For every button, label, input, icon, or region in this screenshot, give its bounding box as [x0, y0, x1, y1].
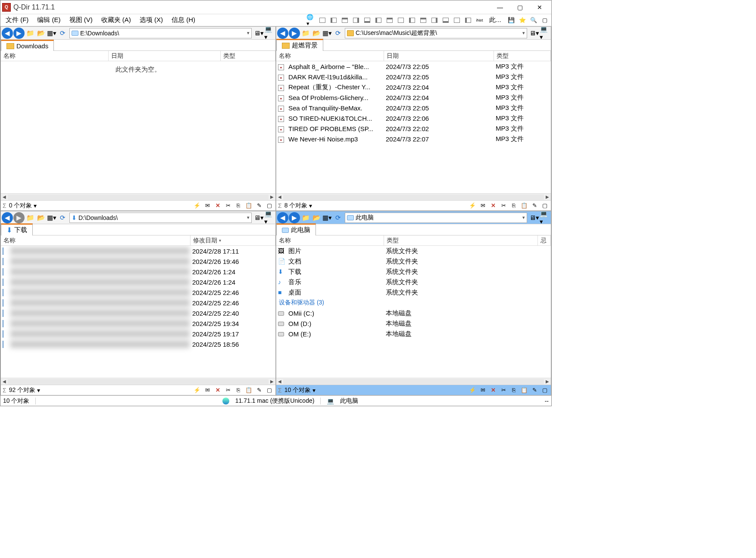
- props-icon[interactable]: ▢: [265, 386, 274, 395]
- address-bar-tl[interactable]: E:\Downloads\ ▾: [69, 28, 252, 38]
- paste-icon[interactable]: 📋: [520, 201, 528, 210]
- col-moddate[interactable]: 修改日期: [191, 235, 275, 245]
- laptop-icon[interactable]: 💻▾: [540, 28, 550, 38]
- hscroll-tr[interactable]: ◀▶: [276, 193, 551, 200]
- laptop-icon[interactable]: 💻▾: [540, 213, 550, 223]
- edit-icon[interactable]: ✎: [255, 386, 263, 395]
- back-button[interactable]: ◀: [277, 212, 288, 223]
- new-folder-icon[interactable]: 📂: [36, 213, 46, 223]
- file-row[interactable]: 2024/2/26 1:24: [1, 266, 275, 277]
- monitor-icon[interactable]: 🖥▾: [253, 213, 264, 223]
- globe-icon[interactable]: 🌐▾: [306, 16, 316, 25]
- file-row[interactable]: ● Repeat（重复）-Chester Y... 2024/7/3 22:04…: [276, 82, 551, 92]
- address-bar-br[interactable]: 此电脑 ▾: [345, 213, 527, 223]
- address-bar-bl[interactable]: ⬇ D:\Downloads\ ▾: [69, 213, 252, 223]
- explorer-icon[interactable]: 📁: [300, 213, 311, 223]
- menu-edit[interactable]: 编辑 (E): [34, 15, 64, 25]
- magnify-icon[interactable]: 🔍: [529, 16, 538, 25]
- file-row[interactable]: 2024/2/26 19:46: [1, 256, 275, 266]
- new-folder-icon[interactable]: 📂: [311, 213, 322, 223]
- props-icon[interactable]: ▢: [540, 386, 549, 395]
- forward-button[interactable]: ▶: [13, 212, 25, 223]
- drive-row[interactable]: OM (D:) 本地磁盘: [276, 318, 551, 329]
- forward-button[interactable]: ▶: [289, 28, 300, 39]
- mail-icon[interactable]: ✉: [478, 386, 487, 395]
- edit-icon[interactable]: ✎: [530, 201, 539, 210]
- mail-icon[interactable]: ✉: [203, 201, 212, 210]
- file-row[interactable]: ● We Never-Hi Noise.mp3 2024/7/3 22:07 M…: [276, 134, 551, 144]
- hscroll-bl[interactable]: ◀▶: [1, 378, 275, 385]
- layout-4e-icon[interactable]: [441, 16, 450, 25]
- layout-quad-icon[interactable]: [318, 16, 327, 25]
- flash-icon[interactable]: ⚡: [193, 201, 201, 210]
- cut-icon[interactable]: ✂: [224, 386, 232, 395]
- new-folder-icon[interactable]: 📂: [36, 28, 46, 38]
- col-date[interactable]: 日期: [109, 51, 221, 61]
- delete-icon[interactable]: ✕: [489, 201, 497, 210]
- layout-3b-icon[interactable]: [362, 16, 372, 25]
- menu-view[interactable]: 视图 (V): [66, 15, 96, 25]
- minimize-button[interactable]: —: [490, 1, 510, 14]
- layout-3c-icon[interactable]: [374, 16, 383, 25]
- col-name[interactable]: 名称: [1, 235, 191, 245]
- system-folder-row[interactable]: 📄 文档 系统文件夹: [276, 256, 551, 266]
- layout-4c-icon[interactable]: [419, 16, 428, 25]
- menu-info[interactable]: 信息 (H): [168, 15, 199, 25]
- copy-icon[interactable]: ⎘: [234, 386, 243, 395]
- mail-icon[interactable]: ✉: [203, 386, 212, 395]
- tab-downloads-d[interactable]: ⬇下载: [1, 223, 33, 235]
- col-more[interactable]: 忌: [538, 235, 551, 245]
- menu-favorites[interactable]: 收藏夹 (A): [98, 15, 134, 25]
- system-folder-row[interactable]: ⬇ 下载 系统文件夹: [276, 266, 551, 277]
- tab-this-pc[interactable]: 此电脑: [276, 223, 316, 235]
- layout-2h-icon[interactable]: [340, 16, 350, 25]
- file-list-br[interactable]: 🖼 图片 系统文件夹📄 文档 系统文件夹⬇ 下载 系统文件夹♪ 音乐 系统文件夹…: [276, 246, 551, 378]
- file-row[interactable]: 2024/2/25 19:17: [1, 329, 275, 339]
- view-mode-icon[interactable]: ▦▾: [47, 28, 57, 38]
- edit-icon[interactable]: ✎: [255, 201, 263, 210]
- file-row[interactable]: 2024/2/25 19:34: [1, 318, 275, 329]
- file-list-tr[interactable]: ● Asphalt 8_ Airborne – "Ble... 2024/7/3…: [276, 61, 551, 193]
- refresh-icon[interactable]: ⟳: [333, 28, 343, 38]
- forward-button[interactable]: ▶: [13, 28, 25, 39]
- system-folder-row[interactable]: ♪ 音乐 系统文件夹: [276, 277, 551, 287]
- chevron-down-icon[interactable]: ▾: [247, 215, 250, 220]
- refresh-icon[interactable]: ⟳: [57, 28, 68, 38]
- maximize-button[interactable]: ▢: [510, 1, 530, 14]
- layout-2v-icon[interactable]: [329, 16, 338, 25]
- here-menu[interactable]: 此...: [486, 15, 505, 25]
- refresh-icon[interactable]: ⟳: [57, 213, 68, 223]
- col-name[interactable]: 名称: [276, 51, 384, 61]
- file-list-bl[interactable]: 2024/2/28 17:11 2024/2/26 19:46 2024/2/2…: [1, 246, 275, 378]
- explorer-icon[interactable]: 📁: [25, 213, 35, 223]
- forward-button[interactable]: ▶: [289, 212, 300, 223]
- tab-music-folder[interactable]: 超燃背景: [276, 39, 323, 51]
- delete-icon[interactable]: ✕: [213, 201, 222, 210]
- cut-icon[interactable]: ✂: [499, 386, 508, 395]
- file-row[interactable]: ● Asphalt 8_ Airborne – "Ble... 2024/7/3…: [276, 61, 551, 72]
- file-row[interactable]: 2024/2/25 22:40: [1, 308, 275, 318]
- explorer-icon[interactable]: 📁: [300, 28, 311, 38]
- paste-icon[interactable]: 📋: [520, 386, 528, 395]
- layout-3a-icon[interactable]: [351, 16, 361, 25]
- disk-icon[interactable]: 💾: [506, 16, 516, 25]
- file-row[interactable]: 2024/2/25 22:46: [1, 298, 275, 308]
- view-mode-icon[interactable]: ▦▾: [322, 28, 332, 38]
- file-row[interactable]: ● Sea Of Problems-Glichery... 2024/7/3 2…: [276, 92, 551, 103]
- view-mode-icon[interactable]: ▦▾: [322, 213, 332, 223]
- delete-icon[interactable]: ✕: [213, 386, 222, 395]
- star-icon[interactable]: ⭐: [518, 16, 527, 25]
- layout-4b-icon[interactable]: [407, 16, 417, 25]
- back-button[interactable]: ◀: [277, 28, 288, 39]
- copy-icon[interactable]: ⎘: [234, 201, 243, 210]
- system-folder-row[interactable]: 🖼 图片 系统文件夹: [276, 246, 551, 256]
- col-name[interactable]: 名称: [1, 51, 109, 61]
- file-row[interactable]: ● DARK RAVE-l19u1d&killa... 2024/7/3 22:…: [276, 72, 551, 82]
- col-type[interactable]: 类型: [384, 235, 538, 245]
- box-icon[interactable]: ▢: [540, 16, 550, 25]
- chevron-down-icon[interactable]: ▾: [522, 30, 525, 36]
- monitor-icon[interactable]: 🖥▾: [253, 28, 264, 38]
- mail-icon[interactable]: ✉: [478, 201, 487, 210]
- file-row[interactable]: 2024/2/25 22:46: [1, 287, 275, 298]
- new-folder-icon[interactable]: 📂: [311, 28, 322, 38]
